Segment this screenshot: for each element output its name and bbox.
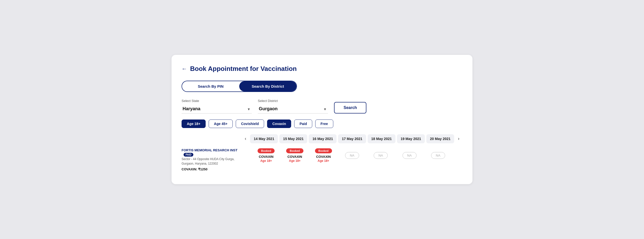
state-select-group: Select State Haryana bbox=[182, 99, 252, 113]
dates-with-nav: ‹ 14 May 202115 May 202116 May 202117 Ma… bbox=[242, 134, 462, 143]
tab-switcher: Search By PIN Search By District bbox=[182, 81, 297, 92]
date-header: 18 May 2021 bbox=[368, 134, 395, 143]
slot-cell: BookedCOVAXINAge 18+ bbox=[281, 145, 308, 165]
date-header: 20 May 2021 bbox=[426, 134, 454, 143]
state-select[interactable]: Haryana bbox=[182, 104, 252, 113]
date-nav-row: ‹ 14 May 202115 May 202116 May 202117 Ma… bbox=[182, 134, 462, 143]
hospital-address: Sector - 44 Opposite HUDA City Gurga, Gu… bbox=[182, 157, 238, 166]
filter-row: Age 18+Age 45+CovishieldCovaxinPaidFree bbox=[182, 119, 462, 128]
slot-cell: NA bbox=[367, 145, 394, 165]
filter-btn-free[interactable]: Free bbox=[315, 119, 333, 128]
slot-cell: BookedCOVAXINAge 18+ bbox=[310, 145, 337, 165]
back-button[interactable]: ← bbox=[182, 66, 187, 72]
date-header: 17 May 2021 bbox=[338, 134, 366, 143]
tab-search-by-district[interactable]: Search By District bbox=[239, 81, 296, 91]
tab-search-by-pin[interactable]: Search By PIN bbox=[182, 81, 239, 91]
district-select[interactable]: Gurgaon bbox=[258, 104, 328, 113]
na-badge: NA bbox=[345, 152, 359, 159]
na-badge: NA bbox=[402, 152, 417, 159]
booked-badge[interactable]: Booked bbox=[315, 148, 332, 153]
slot-cell: NA bbox=[396, 145, 423, 165]
slot-age: Age 18+ bbox=[318, 159, 329, 163]
booked-badge[interactable]: Booked bbox=[258, 148, 275, 153]
district-select-wrapper: Gurgaon bbox=[258, 104, 328, 113]
state-label: Select State bbox=[182, 99, 252, 103]
paid-badge: PAID bbox=[184, 153, 193, 157]
next-date-button[interactable]: › bbox=[455, 134, 462, 143]
search-row: Select State Haryana Select District Gur… bbox=[182, 99, 462, 113]
main-card: ← Book Appointment for Vaccination Searc… bbox=[172, 55, 472, 184]
slot-age: Age 18+ bbox=[289, 159, 300, 163]
date-header: 19 May 2021 bbox=[397, 134, 425, 143]
filter-btn-paid[interactable]: Paid bbox=[294, 119, 312, 128]
slot-vaccine: COVAXIN bbox=[316, 155, 331, 159]
prev-date-button[interactable]: ‹ bbox=[242, 134, 249, 143]
date-header: 15 May 2021 bbox=[279, 134, 307, 143]
date-header: 14 May 2021 bbox=[250, 134, 278, 143]
page-header: ← Book Appointment for Vaccination bbox=[182, 65, 462, 73]
hospital-price: COVAXIN: ₹1250 bbox=[182, 167, 238, 171]
date-headers: 14 May 202115 May 202116 May 202117 May … bbox=[249, 134, 455, 143]
filter-btn-covaxin[interactable]: Covaxin bbox=[267, 119, 291, 128]
hospital-info: FORTIS MEMORIAL RESARCH INSTPAIDSector -… bbox=[182, 145, 242, 171]
search-button[interactable]: Search bbox=[334, 102, 366, 113]
calendar-section: ‹ 14 May 202115 May 202116 May 202117 Ma… bbox=[182, 134, 462, 171]
slot-cell: NA bbox=[339, 145, 366, 165]
district-label: Select District bbox=[258, 99, 328, 103]
page-title: Book Appointment for Vaccination bbox=[190, 65, 297, 73]
na-badge: NA bbox=[374, 152, 388, 159]
slot-cell: BookedCOVAXINAge 18+ bbox=[253, 145, 280, 165]
hospital-name: FORTIS MEMORIAL RESARCH INST bbox=[182, 148, 237, 152]
na-badge: NA bbox=[431, 152, 445, 159]
hospital-name-line: FORTIS MEMORIAL RESARCH INSTPAID bbox=[182, 148, 238, 157]
filter-btn-covishield[interactable]: Covishield bbox=[236, 119, 264, 128]
table-row: FORTIS MEMORIAL RESARCH INSTPAIDSector -… bbox=[182, 145, 462, 171]
slot-cell: NA bbox=[425, 145, 452, 165]
slot-vaccine: COVAXIN bbox=[259, 155, 273, 159]
date-header: 16 May 2021 bbox=[309, 134, 337, 143]
slot-vaccine: COVAXIN bbox=[287, 155, 302, 159]
filter-btn-age45[interactable]: Age 45+ bbox=[209, 119, 233, 128]
state-select-wrapper: Haryana bbox=[182, 104, 252, 113]
booked-badge[interactable]: Booked bbox=[286, 148, 303, 153]
slot-age: Age 18+ bbox=[260, 159, 272, 163]
district-select-group: Select District Gurgaon bbox=[258, 99, 328, 113]
filter-btn-age18[interactable]: Age 18+ bbox=[182, 119, 206, 128]
